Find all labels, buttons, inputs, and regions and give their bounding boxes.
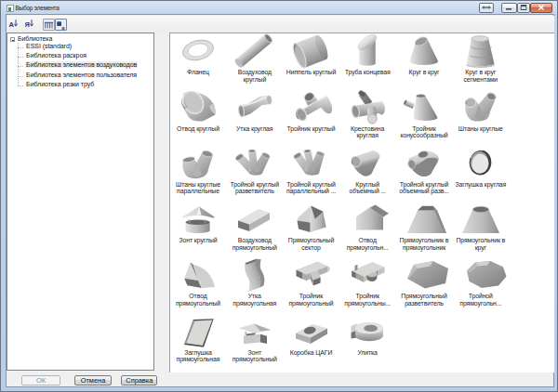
svg-text:Я: Я xyxy=(25,20,30,29)
svg-text:a: a xyxy=(61,25,65,31)
svg-text:А: А xyxy=(9,20,15,29)
